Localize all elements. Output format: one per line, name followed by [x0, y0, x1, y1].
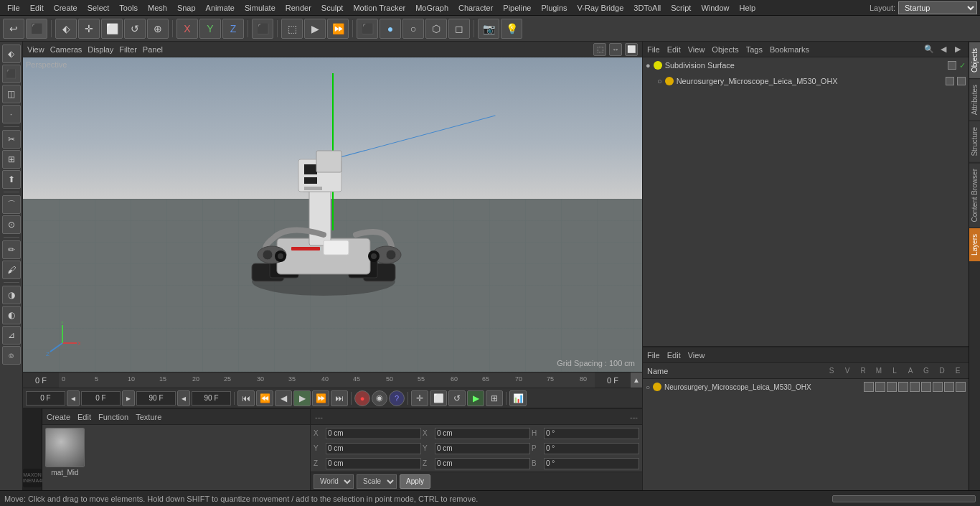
play-btn[interactable]: ▶ [293, 390, 311, 406]
viewport-3d[interactable]: X Y Z Perspective Grid Spacing : 100 cm [23, 57, 642, 372]
obj-objects-menu[interactable]: Objects [712, 45, 738, 54]
coord-z-pos-field[interactable] [326, 458, 421, 469]
obj-edit-menu[interactable]: Edit [667, 45, 681, 54]
obj-check-2[interactable] [957, 77, 966, 85]
attr-edit-menu[interactable]: Edit [667, 351, 681, 360]
menu-mograph[interactable]: MoGraph [411, 2, 453, 14]
undo-btn[interactable]: ↩ [3, 19, 24, 39]
render-anim-btn[interactable]: ⏩ [327, 19, 349, 39]
grid-btn[interactable]: ⊞ [486, 390, 503, 406]
obj-search-btn[interactable]: 🔍 [923, 43, 936, 56]
frame-step-up-btn[interactable]: ▸ [122, 390, 135, 406]
attr-file-menu[interactable]: File [647, 351, 660, 360]
vtab-content-browser[interactable]: Content Browser [969, 162, 980, 228]
sidebar-extrude-btn[interactable]: ⬆ [2, 170, 21, 189]
vtab-attributes[interactable]: Attributes [969, 78, 980, 121]
menu-animate[interactable]: Animate [202, 2, 239, 14]
sidebar-tool2-btn[interactable]: ◐ [2, 306, 21, 324]
obj-view-menu[interactable]: View [688, 45, 705, 54]
vtab-layers[interactable]: Layers [969, 228, 980, 261]
step-back-btn[interactable]: ⏪ [256, 390, 273, 406]
sidebar-edge-btn[interactable]: ◫ [2, 85, 21, 103]
attr-btn-1[interactable] [864, 382, 874, 392]
menu-mesh[interactable]: Mesh [143, 2, 171, 14]
obj-collapse-btn[interactable]: ◀ [937, 43, 950, 56]
frame-step-down-btn[interactable]: ◂ [67, 390, 80, 406]
obj-expand-btn[interactable]: ▶ [951, 43, 964, 56]
sidebar-tool1-btn[interactable]: ◑ [2, 286, 21, 304]
menu-edit[interactable]: Edit [26, 2, 48, 14]
attr-btn-6[interactable] [921, 382, 931, 392]
obj-bookmarks-menu[interactable]: Bookmarks [770, 45, 809, 54]
vp-icon-1[interactable]: ⬚ [593, 43, 606, 56]
attr-btn-9[interactable] [956, 382, 966, 392]
sidebar-paint-btn[interactable]: 🖌 [2, 261, 21, 279]
menu-3dtoall[interactable]: 3DToAll [629, 2, 665, 14]
world-dropdown[interactable]: World [314, 474, 354, 489]
gen-btn[interactable]: ⬡ [425, 19, 447, 39]
transform-tool-btn[interactable]: ⊕ [147, 19, 169, 39]
menu-snap[interactable]: Snap [173, 2, 200, 14]
menu-simulate[interactable]: Simulate [240, 2, 280, 14]
coord-h-field[interactable] [544, 428, 639, 439]
menu-create[interactable]: Create [50, 2, 82, 14]
attr-btn-4[interactable] [898, 382, 908, 392]
move-tool-btn[interactable]: ✛ [78, 19, 100, 39]
frame-step-down2-btn[interactable]: ◂ [177, 390, 190, 406]
attr-btn-8[interactable] [944, 382, 954, 392]
menu-window[interactable]: Window [697, 2, 733, 14]
play-back-btn[interactable]: ◀ [275, 390, 292, 406]
coord-x2-field[interactable] [435, 428, 530, 439]
camera-btn[interactable]: 📷 [478, 19, 499, 39]
status-scrollbar[interactable] [832, 495, 976, 502]
current-frame-field[interactable] [81, 391, 121, 406]
menu-help[interactable]: Help [735, 2, 760, 14]
select-tool-btn[interactable]: ⬖ [55, 19, 77, 39]
y-axis-btn[interactable]: Y [199, 19, 221, 39]
coord-y2-field[interactable] [435, 443, 530, 454]
menu-file[interactable]: File [3, 2, 24, 14]
record-btn[interactable]: ● [354, 390, 370, 406]
help-btn[interactable]: ? [389, 390, 405, 406]
start-frame-field[interactable] [26, 391, 65, 406]
attr-item-microscope[interactable]: ○ Neurosurgery_Microscope_Leica_M530_OHX [643, 379, 969, 395]
go-end-btn[interactable]: ⏭ [331, 390, 348, 406]
sidebar-select-btn[interactable]: ⬖ [2, 44, 21, 63]
x-axis-btn[interactable]: X [176, 19, 198, 39]
menu-vray[interactable]: V-Ray Bridge [573, 2, 628, 14]
vp-menu-view[interactable]: View [27, 45, 44, 54]
mat-texture-menu[interactable]: Texture [136, 413, 161, 421]
sidebar-point-btn[interactable]: · [2, 105, 21, 123]
menu-tools[interactable]: Tools [115, 2, 142, 14]
menu-script[interactable]: Script [666, 2, 695, 14]
coord-x-pos-field[interactable] [326, 428, 421, 439]
sidebar-magnet-btn[interactable]: ⊙ [2, 215, 21, 234]
menu-sculpt[interactable]: Sculpt [317, 2, 348, 14]
scale-tool-btn[interactable]: ⬜ [101, 19, 123, 39]
attr-btn-3[interactable] [887, 382, 897, 392]
sidebar-tool3-btn[interactable]: ⊿ [2, 326, 21, 345]
attr-btn-5[interactable] [910, 382, 920, 392]
menu-plugins[interactable]: Plugins [537, 2, 571, 14]
coord-z2-field[interactable] [435, 458, 530, 469]
redo-btn[interactable]: ⬛ [26, 19, 47, 39]
vp-menu-filter[interactable]: Filter [119, 45, 136, 54]
timeline-scroll-btn[interactable]: ▲ [631, 373, 642, 388]
menu-pipeline[interactable]: Pipeline [499, 2, 535, 14]
vp-menu-cameras[interactable]: Cameras [50, 45, 83, 54]
vtab-objects[interactable]: Objects [969, 42, 980, 78]
menu-select[interactable]: Select [83, 2, 114, 14]
timeline-ruler[interactable]: 0 5 10 15 20 25 30 35 40 45 50 55 60 65 … [59, 373, 595, 388]
coord-b-field[interactable] [544, 458, 639, 469]
sphere-btn[interactable]: ● [380, 19, 401, 39]
attr-btn-7[interactable] [933, 382, 943, 392]
sidebar-poly-btn[interactable]: ⬛ [2, 65, 21, 83]
obj-item-microscope[interactable]: ○ Neurosurgery_Microscope_Leica_M530_OHX [643, 73, 969, 89]
z-axis-btn[interactable]: Z [222, 19, 244, 39]
autokey-btn[interactable]: ◉ [372, 390, 387, 406]
render-region-btn[interactable]: ⬚ [281, 19, 303, 39]
vp-icon-2[interactable]: ↔ [609, 43, 622, 56]
apply-button[interactable]: Apply [400, 474, 430, 489]
obj-visibility-1[interactable] [948, 61, 956, 70]
render-view-btn[interactable]: ▶ [304, 19, 326, 39]
